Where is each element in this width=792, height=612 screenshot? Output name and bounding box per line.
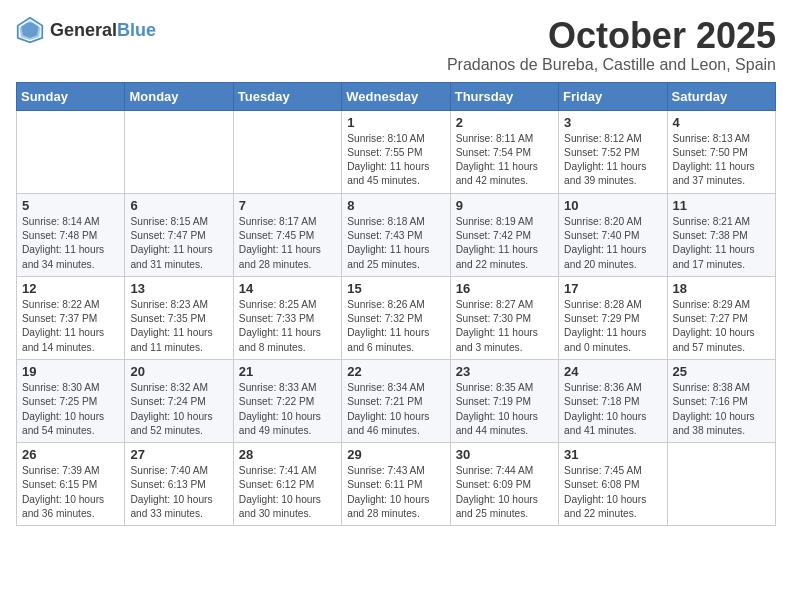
calendar-cell: 28Sunrise: 7:41 AM Sunset: 6:12 PM Dayli…: [233, 443, 341, 526]
column-header-thursday: Thursday: [450, 82, 558, 110]
cell-content: Sunrise: 8:28 AM Sunset: 7:29 PM Dayligh…: [564, 298, 661, 355]
cell-content: Sunrise: 8:38 AM Sunset: 7:16 PM Dayligh…: [673, 381, 770, 438]
calendar-cell: 9Sunrise: 8:19 AM Sunset: 7:42 PM Daylig…: [450, 193, 558, 276]
day-number: 30: [456, 447, 553, 462]
day-number: 3: [564, 115, 661, 130]
column-header-friday: Friday: [559, 82, 667, 110]
column-header-tuesday: Tuesday: [233, 82, 341, 110]
cell-content: Sunrise: 8:19 AM Sunset: 7:42 PM Dayligh…: [456, 215, 553, 272]
day-number: 13: [130, 281, 227, 296]
calendar-cell: 6Sunrise: 8:15 AM Sunset: 7:47 PM Daylig…: [125, 193, 233, 276]
day-number: 31: [564, 447, 661, 462]
cell-content: Sunrise: 8:10 AM Sunset: 7:55 PM Dayligh…: [347, 132, 444, 189]
day-number: 14: [239, 281, 336, 296]
calendar-cell: 21Sunrise: 8:33 AM Sunset: 7:22 PM Dayli…: [233, 359, 341, 442]
day-number: 10: [564, 198, 661, 213]
calendar-cell: 7Sunrise: 8:17 AM Sunset: 7:45 PM Daylig…: [233, 193, 341, 276]
day-number: 29: [347, 447, 444, 462]
cell-content: Sunrise: 8:14 AM Sunset: 7:48 PM Dayligh…: [22, 215, 119, 272]
day-number: 22: [347, 364, 444, 379]
day-number: 11: [673, 198, 770, 213]
day-number: 23: [456, 364, 553, 379]
calendar-cell: 15Sunrise: 8:26 AM Sunset: 7:32 PM Dayli…: [342, 276, 450, 359]
day-number: 19: [22, 364, 119, 379]
day-number: 25: [673, 364, 770, 379]
cell-content: Sunrise: 7:40 AM Sunset: 6:13 PM Dayligh…: [130, 464, 227, 521]
calendar-cell: 29Sunrise: 7:43 AM Sunset: 6:11 PM Dayli…: [342, 443, 450, 526]
calendar-week-1: 1Sunrise: 8:10 AM Sunset: 7:55 PM Daylig…: [17, 110, 776, 193]
calendar-cell: 8Sunrise: 8:18 AM Sunset: 7:43 PM Daylig…: [342, 193, 450, 276]
cell-content: Sunrise: 8:12 AM Sunset: 7:52 PM Dayligh…: [564, 132, 661, 189]
calendar-cell: 25Sunrise: 8:38 AM Sunset: 7:16 PM Dayli…: [667, 359, 775, 442]
cell-content: Sunrise: 8:13 AM Sunset: 7:50 PM Dayligh…: [673, 132, 770, 189]
logo-blue: Blue: [117, 21, 156, 39]
calendar-cell: 13Sunrise: 8:23 AM Sunset: 7:35 PM Dayli…: [125, 276, 233, 359]
calendar-cell: 31Sunrise: 7:45 AM Sunset: 6:08 PM Dayli…: [559, 443, 667, 526]
calendar-cell: 12Sunrise: 8:22 AM Sunset: 7:37 PM Dayli…: [17, 276, 125, 359]
logo-icon: [16, 16, 44, 44]
column-header-wednesday: Wednesday: [342, 82, 450, 110]
calendar-cell: 11Sunrise: 8:21 AM Sunset: 7:38 PM Dayli…: [667, 193, 775, 276]
title-section: October 2025 Pradanos de Bureba, Castill…: [447, 16, 776, 74]
calendar-cell: [667, 443, 775, 526]
day-number: 24: [564, 364, 661, 379]
calendar-cell: 2Sunrise: 8:11 AM Sunset: 7:54 PM Daylig…: [450, 110, 558, 193]
cell-content: Sunrise: 8:21 AM Sunset: 7:38 PM Dayligh…: [673, 215, 770, 272]
cell-content: Sunrise: 8:15 AM Sunset: 7:47 PM Dayligh…: [130, 215, 227, 272]
calendar-cell: 3Sunrise: 8:12 AM Sunset: 7:52 PM Daylig…: [559, 110, 667, 193]
calendar-cell: 17Sunrise: 8:28 AM Sunset: 7:29 PM Dayli…: [559, 276, 667, 359]
cell-content: Sunrise: 8:26 AM Sunset: 7:32 PM Dayligh…: [347, 298, 444, 355]
calendar-cell: 20Sunrise: 8:32 AM Sunset: 7:24 PM Dayli…: [125, 359, 233, 442]
day-number: 12: [22, 281, 119, 296]
calendar-table: SundayMondayTuesdayWednesdayThursdayFrid…: [16, 82, 776, 527]
calendar-cell: [17, 110, 125, 193]
calendar-header-row: SundayMondayTuesdayWednesdayThursdayFrid…: [17, 82, 776, 110]
calendar-cell: 5Sunrise: 8:14 AM Sunset: 7:48 PM Daylig…: [17, 193, 125, 276]
column-header-sunday: Sunday: [17, 82, 125, 110]
calendar-cell: 14Sunrise: 8:25 AM Sunset: 7:33 PM Dayli…: [233, 276, 341, 359]
column-header-saturday: Saturday: [667, 82, 775, 110]
cell-content: Sunrise: 7:41 AM Sunset: 6:12 PM Dayligh…: [239, 464, 336, 521]
calendar-cell: 18Sunrise: 8:29 AM Sunset: 7:27 PM Dayli…: [667, 276, 775, 359]
logo: General Blue: [16, 16, 156, 44]
logo-text: General Blue: [50, 21, 156, 39]
cell-content: Sunrise: 8:11 AM Sunset: 7:54 PM Dayligh…: [456, 132, 553, 189]
calendar-cell: 19Sunrise: 8:30 AM Sunset: 7:25 PM Dayli…: [17, 359, 125, 442]
calendar-cell: 16Sunrise: 8:27 AM Sunset: 7:30 PM Dayli…: [450, 276, 558, 359]
day-number: 20: [130, 364, 227, 379]
calendar-cell: [233, 110, 341, 193]
calendar-week-2: 5Sunrise: 8:14 AM Sunset: 7:48 PM Daylig…: [17, 193, 776, 276]
location-subtitle: Pradanos de Bureba, Castille and Leon, S…: [447, 56, 776, 74]
day-number: 9: [456, 198, 553, 213]
column-header-monday: Monday: [125, 82, 233, 110]
cell-content: Sunrise: 8:35 AM Sunset: 7:19 PM Dayligh…: [456, 381, 553, 438]
cell-content: Sunrise: 8:23 AM Sunset: 7:35 PM Dayligh…: [130, 298, 227, 355]
day-number: 26: [22, 447, 119, 462]
cell-content: Sunrise: 7:39 AM Sunset: 6:15 PM Dayligh…: [22, 464, 119, 521]
day-number: 15: [347, 281, 444, 296]
day-number: 4: [673, 115, 770, 130]
day-number: 18: [673, 281, 770, 296]
day-number: 8: [347, 198, 444, 213]
calendar-cell: 1Sunrise: 8:10 AM Sunset: 7:55 PM Daylig…: [342, 110, 450, 193]
calendar-week-3: 12Sunrise: 8:22 AM Sunset: 7:37 PM Dayli…: [17, 276, 776, 359]
day-number: 21: [239, 364, 336, 379]
month-year-title: October 2025: [447, 16, 776, 56]
cell-content: Sunrise: 8:30 AM Sunset: 7:25 PM Dayligh…: [22, 381, 119, 438]
calendar-week-5: 26Sunrise: 7:39 AM Sunset: 6:15 PM Dayli…: [17, 443, 776, 526]
calendar-cell: 22Sunrise: 8:34 AM Sunset: 7:21 PM Dayli…: [342, 359, 450, 442]
day-number: 6: [130, 198, 227, 213]
calendar-cell: [125, 110, 233, 193]
day-number: 17: [564, 281, 661, 296]
cell-content: Sunrise: 8:20 AM Sunset: 7:40 PM Dayligh…: [564, 215, 661, 272]
day-number: 28: [239, 447, 336, 462]
calendar-cell: 30Sunrise: 7:44 AM Sunset: 6:09 PM Dayli…: [450, 443, 558, 526]
day-number: 1: [347, 115, 444, 130]
calendar-cell: 23Sunrise: 8:35 AM Sunset: 7:19 PM Dayli…: [450, 359, 558, 442]
calendar-cell: 4Sunrise: 8:13 AM Sunset: 7:50 PM Daylig…: [667, 110, 775, 193]
calendar-cell: 27Sunrise: 7:40 AM Sunset: 6:13 PM Dayli…: [125, 443, 233, 526]
day-number: 27: [130, 447, 227, 462]
logo-general: General: [50, 21, 117, 39]
cell-content: Sunrise: 8:29 AM Sunset: 7:27 PM Dayligh…: [673, 298, 770, 355]
day-number: 5: [22, 198, 119, 213]
